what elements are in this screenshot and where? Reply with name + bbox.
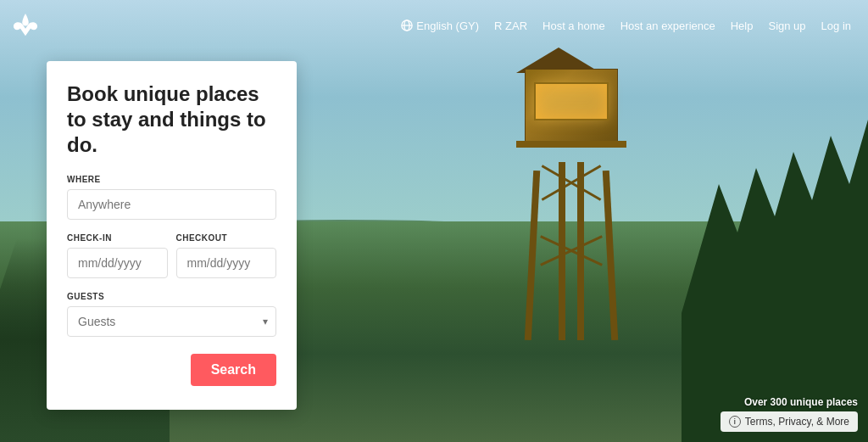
checkout-label: CHECKOUT <box>176 233 277 243</box>
guests-select[interactable]: Guests 1 guest 2 guests 3 guests 4 guest… <box>67 306 276 337</box>
main-nav: English (GY) R ZAR Host a home Host an e… <box>401 20 851 32</box>
terms-link-text: Terms, Privacy, & More <box>745 416 849 428</box>
guests-label: GUESTS <box>67 292 276 301</box>
checkin-label: CHECK-IN <box>67 233 168 243</box>
where-label: WHERE <box>67 175 276 184</box>
sign-up-link[interactable]: Sign up <box>768 20 805 32</box>
search-button[interactable]: Search <box>191 354 276 386</box>
card-title: Book unique places to stay and things to… <box>67 81 276 158</box>
search-card: Book unique places to stay and things to… <box>47 61 297 410</box>
tower-illustration <box>512 69 631 340</box>
checkin-input[interactable] <box>67 248 168 278</box>
guests-field-group: GUESTS Guests 1 guest 2 guests 3 guests … <box>67 292 276 337</box>
where-input[interactable] <box>67 189 276 220</box>
tower-leg-1 <box>525 171 540 340</box>
tower-windows <box>534 82 609 120</box>
guests-wrapper: Guests 1 guest 2 guests 3 guests 4 guest… <box>67 306 276 337</box>
tower-cabin <box>525 69 618 145</box>
currency-selector[interactable]: R ZAR <box>494 20 527 32</box>
globe-icon <box>401 20 413 31</box>
language-selector[interactable]: English (GY) <box>401 20 479 32</box>
terms-bar[interactable]: i Terms, Privacy, & More <box>721 411 858 432</box>
unique-places-text: Over 300 unique places <box>721 396 858 408</box>
logo[interactable] <box>13 13 38 38</box>
tower-deck <box>516 141 626 148</box>
host-experience-link[interactable]: Host an experience <box>620 20 715 32</box>
tower-leg-4 <box>603 171 618 340</box>
host-home-link[interactable]: Host a home <box>542 20 605 32</box>
airbnb-logo-icon <box>13 13 38 38</box>
log-in-link[interactable]: Log in <box>821 20 851 32</box>
date-row: CHECK-IN CHECKOUT <box>67 233 276 278</box>
footer-badge: Over 300 unique places i Terms, Privacy,… <box>721 396 858 432</box>
help-link[interactable]: Help <box>731 20 754 32</box>
checkout-col: CHECKOUT <box>176 233 277 278</box>
where-field-group: WHERE <box>67 175 276 220</box>
checkin-col: CHECK-IN <box>67 233 168 278</box>
checkout-input[interactable] <box>176 248 277 278</box>
info-icon: i <box>729 416 741 428</box>
header: English (GY) R ZAR Host a home Host an e… <box>0 0 868 51</box>
tower-legs <box>512 148 631 340</box>
